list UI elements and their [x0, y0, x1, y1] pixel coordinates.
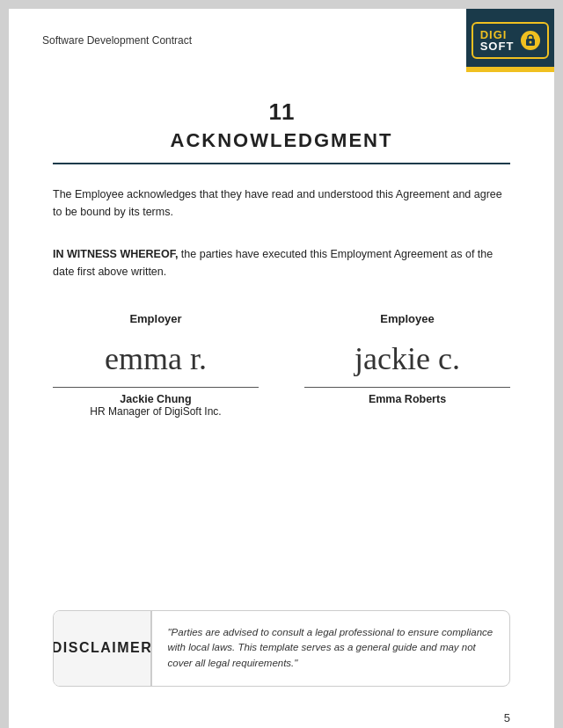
signatures-row: Employer emma r. Jackie Chung HR Manager…: [53, 312, 510, 418]
header: Software Development Contract DIGI SOFT: [9, 9, 554, 72]
employer-sig-line: [53, 387, 259, 388]
page-number: 5: [504, 711, 510, 724]
witness-paragraph: IN WITNESS WHEREOF, the parties have exe…: [53, 245, 510, 280]
employee-name: Emma Roberts: [369, 393, 446, 405]
page-number-area: 5: [9, 704, 554, 728]
disclaimer-box: DISCLAIMER "Parties are advised to consu…: [53, 610, 510, 687]
employee-sig-line: [304, 387, 510, 388]
disclaimer-text: "Parties are advised to consult a legal …: [168, 625, 494, 672]
employee-signature-block: Employee jackie c. Emma Roberts: [304, 312, 510, 405]
disclaimer-label-area: DISCLAIMER: [54, 611, 150, 686]
employee-cursive: jackie c.: [355, 334, 460, 383]
section-number: 11: [53, 98, 510, 126]
logo-digi-text: DIGI SOFT: [480, 29, 515, 52]
logo-box: DIGI SOFT: [472, 22, 550, 59]
section-divider: [53, 163, 510, 164]
disclaimer-text-area: "Parties are advised to consult a legal …: [152, 611, 510, 686]
logo-icon: [521, 31, 540, 50]
employer-signature-block: Employer emma r. Jackie Chung HR Manager…: [53, 312, 259, 418]
main-content: 11 ACKNOWLEDGMENT The Employee acknowled…: [9, 72, 554, 593]
header-title-area: Software Development Contract: [9, 9, 466, 72]
employer-role: HR Manager of DigiSoft Inc.: [90, 405, 221, 418]
employer-label: Employer: [129, 312, 181, 325]
disclaimer-label: DISCLAIMER: [53, 640, 152, 656]
document-page: Software Development Contract DIGI SOFT: [9, 9, 554, 728]
employer-cursive: emma r.: [105, 334, 207, 383]
document-title: Software Development Contract: [42, 34, 192, 47]
logo-area: DIGI SOFT: [466, 9, 554, 72]
witness-bold: IN WITNESS WHEREOF,: [53, 248, 178, 260]
employer-name: Jackie Chung: [120, 393, 191, 405]
employee-label: Employee: [380, 312, 434, 325]
logo-row: DIGI SOFT: [480, 29, 541, 52]
section-title: ACKNOWLEDGMENT: [53, 129, 510, 152]
svg-point-1: [530, 41, 532, 44]
acknowledgment-paragraph: The Employee acknowledges that they have…: [53, 186, 510, 221]
